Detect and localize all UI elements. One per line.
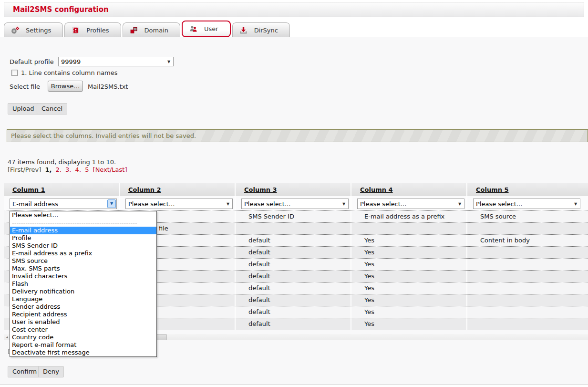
chevron-down-icon: ▼ bbox=[571, 202, 580, 206]
dropdown-option[interactable]: User is enabled bbox=[10, 318, 156, 326]
dropdown-option[interactable]: Please select... bbox=[10, 211, 156, 219]
tab-domain-label: Domain bbox=[144, 27, 168, 34]
dropdown-option[interactable]: Invalid characters bbox=[10, 272, 156, 280]
dropdown-option[interactable]: ----------------------------------------… bbox=[10, 219, 156, 227]
tab-settings-label: Settings bbox=[26, 27, 51, 34]
tab-domain[interactable]: Domain bbox=[123, 22, 180, 37]
selected-file-name: Mail2SMS.txt bbox=[88, 83, 128, 90]
address-book-icon bbox=[71, 26, 80, 34]
title-bar: Mail2SMS configuration bbox=[4, 2, 584, 17]
dropdown-option[interactable]: Flash bbox=[10, 280, 156, 288]
mail2sms-page: Mail2SMS configuration bbox=[0, 0, 588, 387]
chevron-down-icon: ▼ bbox=[165, 60, 173, 64]
tab-dirsync[interactable]: DirSync bbox=[232, 22, 290, 37]
tab-content-panel: Default profile 99999 ▼ 1. Line contains… bbox=[0, 37, 588, 385]
dropdown-option[interactable]: SMS Sender ID bbox=[10, 242, 156, 250]
domain-nodes-icon bbox=[129, 26, 138, 34]
dropdown-option[interactable]: E-mail address as a prefix bbox=[10, 250, 156, 257]
pagination-next-last[interactable]: [Next/Last] bbox=[93, 166, 127, 173]
status-message-bar: Please select the columns. Invalid entri… bbox=[7, 129, 588, 142]
column-header[interactable]: Column 1 bbox=[4, 183, 120, 196]
dropdown-option[interactable]: E-mail address bbox=[10, 227, 156, 234]
dropdown-option[interactable]: Report e-mail format bbox=[10, 341, 156, 349]
download-tray-icon bbox=[239, 26, 248, 34]
dropdown-option[interactable]: Delivery notification bbox=[10, 288, 156, 295]
column-header[interactable]: Column 4 bbox=[351, 183, 467, 196]
line-contains-names-checkbox[interactable] bbox=[11, 70, 18, 76]
tab-profiles[interactable]: Profiles bbox=[64, 22, 121, 37]
column2-select[interactable]: Please select... ▼ bbox=[125, 199, 233, 209]
tab-dirsync-label: DirSync bbox=[254, 27, 278, 34]
tab-user[interactable]: User bbox=[182, 21, 231, 37]
column-select-menu: Please select...------------------------… bbox=[10, 211, 157, 357]
dropdown-option[interactable]: Profile bbox=[10, 234, 156, 242]
select-file-label: Select file bbox=[10, 83, 40, 90]
column-header[interactable]: Column 2 bbox=[120, 183, 236, 196]
page-title: Mail2SMS configuration bbox=[13, 5, 109, 14]
confirm-button[interactable]: Confirm bbox=[8, 366, 41, 377]
browse-button[interactable]: Browse… bbox=[48, 81, 83, 92]
chevron-down-icon: ▼ bbox=[455, 202, 464, 206]
dropdown-option[interactable]: Cost center bbox=[10, 326, 156, 334]
default-profile-label: Default profile bbox=[10, 58, 54, 65]
tab-bar: Settings Profiles bbox=[4, 21, 290, 37]
column4-select[interactable]: Please select... ▼ bbox=[357, 199, 464, 209]
pagination: [First/Prev] 1, 2, 3, 4, 5 [Next/Last] bbox=[8, 166, 129, 173]
pagination-page-link[interactable]: 2, bbox=[56, 166, 62, 173]
column-header[interactable]: Column 5 bbox=[467, 183, 588, 196]
tab-settings[interactable]: Settings bbox=[4, 22, 63, 37]
column1-select[interactable]: E-mail address ▼ bbox=[10, 199, 117, 209]
deny-button[interactable]: Deny bbox=[38, 366, 64, 377]
default-profile-value: 99999 bbox=[59, 58, 165, 65]
dropdown-option[interactable]: Sender address bbox=[10, 303, 156, 311]
tab-profiles-label: Profiles bbox=[86, 27, 109, 34]
column5-select[interactable]: Please select... ▼ bbox=[473, 199, 580, 209]
chevron-down-icon: ▼ bbox=[224, 202, 232, 206]
tab-user-label: User bbox=[204, 25, 218, 32]
pagination-page-link[interactable]: 3, bbox=[65, 166, 71, 173]
dropdown-option[interactable]: Country code bbox=[10, 334, 156, 341]
cancel-button[interactable]: Cancel bbox=[37, 103, 67, 115]
pagination-page-link[interactable]: 4, bbox=[75, 166, 81, 173]
chevron-down-icon: ▼ bbox=[107, 199, 116, 208]
dropdown-option[interactable]: Deactivate first message bbox=[10, 349, 156, 356]
chevron-down-icon: ▼ bbox=[340, 202, 348, 206]
pagination-first-prev: [First/Prev] bbox=[8, 166, 41, 173]
users-icon bbox=[189, 25, 198, 33]
column3-select[interactable]: Please select... ▼ bbox=[241, 199, 349, 209]
line-contains-names-label: 1. Line contains column names bbox=[21, 69, 118, 76]
column-select-row: E-mail address ▼ Please select... ▼ Plea… bbox=[4, 196, 588, 211]
table-header-row: Column 1 Column 2 Column 3 Column 4 Colu… bbox=[4, 183, 588, 196]
pagination-current-page: 1, bbox=[45, 166, 52, 173]
default-profile-select[interactable]: 99999 ▼ bbox=[58, 57, 174, 66]
gears-icon bbox=[10, 26, 20, 34]
items-found-summary: 47 items found, displaying 1 to 10. bbox=[8, 158, 116, 166]
pagination-page-link[interactable]: 5 bbox=[85, 166, 89, 173]
dropdown-option[interactable]: Recipient address bbox=[10, 311, 156, 318]
dropdown-option[interactable]: SMS source bbox=[10, 257, 156, 265]
upload-button[interactable]: Upload bbox=[8, 103, 39, 115]
status-message: Please select the columns. Invalid entri… bbox=[11, 132, 196, 139]
dropdown-option[interactable]: Language bbox=[10, 295, 156, 303]
dropdown-option[interactable]: Max. SMS parts bbox=[10, 265, 156, 272]
column-header[interactable]: Column 3 bbox=[236, 183, 351, 196]
